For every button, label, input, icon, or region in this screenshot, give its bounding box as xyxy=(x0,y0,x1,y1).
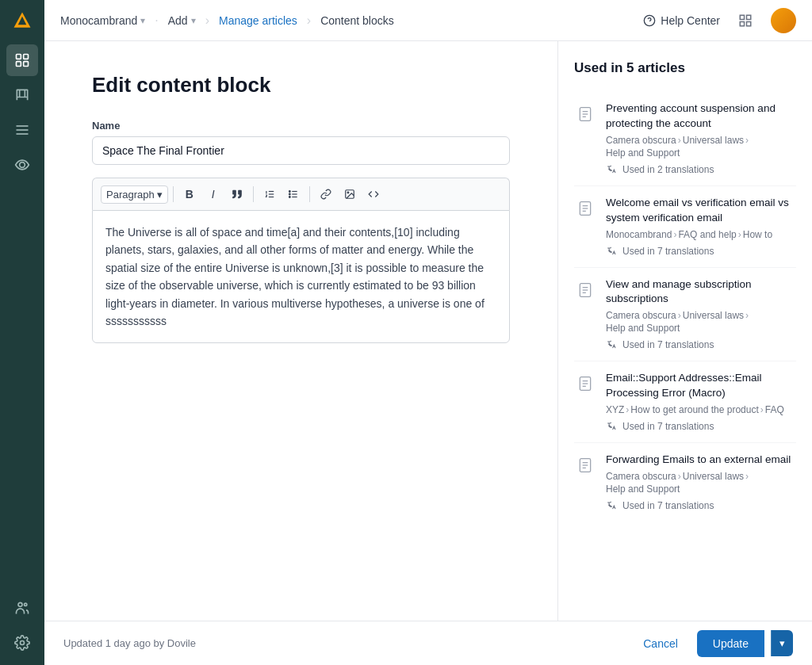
italic-button[interactable]: I xyxy=(202,183,224,205)
article-item: View and manage subscription subscriptio… xyxy=(574,268,796,362)
updated-text: Updated 1 day ago by Dovile xyxy=(63,637,196,649)
article-icon xyxy=(574,197,596,220)
unordered-list-button[interactable] xyxy=(282,183,304,205)
svg-rect-2 xyxy=(17,55,21,59)
toolbar-divider-2 xyxy=(253,186,254,202)
breadcrumb-part: FAQ and help xyxy=(678,229,736,240)
help-icon xyxy=(643,14,656,27)
cancel-button[interactable]: Cancel xyxy=(630,631,691,656)
breadcrumb-sep: › xyxy=(738,229,741,240)
user-avatar[interactable] xyxy=(771,8,796,33)
article-title[interactable]: Email::Support Addresses::Email Processi… xyxy=(606,371,796,401)
bold-button[interactable]: B xyxy=(178,183,201,205)
breadcrumb-part: Universal laws xyxy=(683,471,744,482)
add-dropdown[interactable]: Add ▾ xyxy=(168,14,196,27)
translations-icon xyxy=(606,338,619,351)
breadcrumb-part: How to get around the product xyxy=(630,404,758,415)
editor-area: Edit content block Name Paragraph ▾ B I xyxy=(44,41,558,621)
breadcrumb-sep: › xyxy=(678,135,681,146)
link-button[interactable] xyxy=(315,183,337,205)
svg-point-11 xyxy=(25,603,27,606)
paragraph-chevron: ▾ xyxy=(157,189,163,201)
breadcrumb-part: Help and Support xyxy=(606,147,680,159)
article-info: Forwarding Emails to an external email C… xyxy=(606,453,796,512)
svg-rect-3 xyxy=(24,55,29,59)
breadcrumb-part: Help and Support xyxy=(606,483,680,495)
help-center-button[interactable]: Help Center xyxy=(643,14,720,27)
add-chevron: ▾ xyxy=(191,15,196,26)
svg-rect-4 xyxy=(17,62,21,67)
article-translations: Used in 7 translations xyxy=(606,245,796,258)
article-translations: Used in 7 translations xyxy=(606,338,796,351)
article-title[interactable]: Preventing account suspension and protec… xyxy=(606,101,796,132)
article-item: Welcome email vs verification email vs s… xyxy=(574,186,796,268)
breadcrumb-sep: › xyxy=(745,471,749,482)
article-breadcrumb: Camera obscura › Universal laws › Help a… xyxy=(606,471,796,495)
breadcrumb-part: Universal laws xyxy=(683,310,744,321)
brand-name: Monocambrand xyxy=(60,14,137,27)
svg-rect-5 xyxy=(24,62,29,67)
sidebar-item-settings[interactable] xyxy=(6,627,38,659)
articles-list: Preventing account suspension and protec… xyxy=(574,92,796,522)
brand-link[interactable]: Monocambrand ▾ xyxy=(60,14,145,27)
article-breadcrumb: Camera obscura › Universal laws › Help a… xyxy=(606,310,796,334)
translations-icon xyxy=(606,163,619,176)
ordered-list-button[interactable] xyxy=(259,183,281,205)
sidebar-item-preview[interactable] xyxy=(6,149,38,181)
svg-point-29 xyxy=(347,192,349,193)
breadcrumb-part: Help and Support xyxy=(606,323,680,334)
svg-point-25 xyxy=(289,191,290,193)
svg-point-9 xyxy=(20,162,25,168)
article-title[interactable]: Welcome email vs verification email vs s… xyxy=(606,196,796,226)
article-title[interactable]: View and manage subscription subscriptio… xyxy=(606,277,796,308)
add-label: Add xyxy=(168,14,188,27)
update-dropdown-button[interactable]: ▾ xyxy=(771,630,793,656)
grid-icon-button[interactable] xyxy=(733,8,758,33)
svg-rect-17 xyxy=(740,21,744,25)
name-label: Name xyxy=(92,120,510,132)
name-input[interactable] xyxy=(92,136,510,165)
breadcrumb-sep: › xyxy=(678,471,681,482)
translations-text: Used in 7 translations xyxy=(622,500,714,511)
breadcrumb-part: Universal laws xyxy=(683,135,744,146)
page-title: Edit content block xyxy=(92,73,510,97)
article-info: Welcome email vs verification email vs s… xyxy=(606,196,796,258)
svg-point-26 xyxy=(289,193,290,195)
app-logo[interactable] xyxy=(8,6,36,35)
article-info: Email::Support Addresses::Email Processi… xyxy=(606,371,796,433)
article-icon xyxy=(574,279,596,301)
sidebar-item-list[interactable] xyxy=(6,114,38,146)
article-breadcrumb: XYZ › How to get around the product › FA… xyxy=(606,404,796,415)
embed-button[interactable] xyxy=(362,183,385,205)
footer: Updated 1 day ago by Dovile Cancel Updat… xyxy=(44,621,812,665)
breadcrumb-sep: › xyxy=(673,229,676,240)
paragraph-select[interactable]: Paragraph ▾ xyxy=(101,185,168,204)
breadcrumb-part: Monocambrand xyxy=(606,229,672,240)
breadcrumb-sep: › xyxy=(678,310,681,321)
article-icon xyxy=(574,103,596,125)
editor-content: The Universe is all of space and time[a]… xyxy=(105,226,485,327)
sidebar-item-articles[interactable] xyxy=(6,44,38,76)
sidebar-item-users[interactable] xyxy=(6,592,38,624)
svg-rect-18 xyxy=(747,21,751,25)
nav-sep-2: › xyxy=(205,13,209,28)
sidebar-item-bookmarks[interactable] xyxy=(6,79,38,111)
svg-point-27 xyxy=(289,197,290,198)
image-button[interactable] xyxy=(339,183,361,205)
update-button[interactable]: Update xyxy=(697,630,764,657)
svg-point-12 xyxy=(21,641,25,645)
article-title[interactable]: Forwarding Emails to an external email xyxy=(606,453,796,468)
topnav-right: Help Center xyxy=(643,8,796,33)
article-item: Email::Support Addresses::Email Processi… xyxy=(574,361,796,443)
panel-title: Used in 5 articles xyxy=(574,60,796,76)
article-icon xyxy=(574,373,596,395)
quote-button[interactable] xyxy=(226,183,248,205)
editor-toolbar: Paragraph ▾ B I xyxy=(92,178,510,210)
svg-point-10 xyxy=(18,602,22,606)
footer-actions: Cancel Update ▾ xyxy=(630,630,793,657)
help-center-label: Help Center xyxy=(661,14,720,27)
breadcrumb-part: Camera obscura xyxy=(606,471,676,482)
article-icon xyxy=(574,454,596,476)
editor-body[interactable]: The Universe is all of space and time[a]… xyxy=(92,210,510,343)
manage-articles-link[interactable]: Manage articles xyxy=(219,14,297,27)
